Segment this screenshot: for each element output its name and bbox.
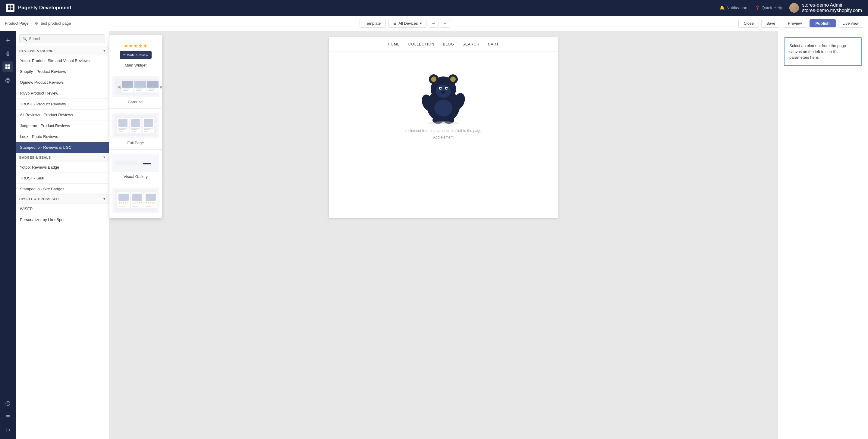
nav-brand: PageFly Development <box>6 4 71 12</box>
svg-rect-0 <box>8 5 10 7</box>
main-widget-label: Main Widget <box>113 63 159 67</box>
page-title: test product page <box>41 21 71 26</box>
lp-star-1: ★ <box>119 202 120 204</box>
list-item-trust-reviews[interactable]: TRUST - Product Reviews <box>16 99 109 110</box>
list-item-ali-reviews[interactable]: Ali Reviews - Product Reviews <box>16 110 109 121</box>
redo-button[interactable]: ↪ <box>440 19 450 28</box>
carousel-nav-left: ◀ <box>117 84 121 89</box>
carousel-preview: ◀ <box>113 76 159 97</box>
gear-icon: ⚙ <box>35 21 38 26</box>
list-item-rivyo[interactable]: Rivyo Product Review <box>16 88 109 99</box>
quickhelp-btn[interactable]: ❓ Quick Help <box>755 5 782 10</box>
add-element-icon-btn[interactable] <box>2 35 13 46</box>
dropdown-item-visual-gallery[interactable]: Visual Gallery <box>110 150 162 183</box>
svg-rect-10 <box>8 67 10 69</box>
chevron-down-icon: ▾ <box>103 49 105 53</box>
svg-point-32 <box>428 121 458 124</box>
nav-search: SEARCH <box>463 42 479 46</box>
section-badges-seals[interactable]: BADGES & SEALS ▾ <box>16 153 109 162</box>
lp-card-1: ★ ★ ★ ★ ★ <box>117 193 130 208</box>
dropdown-panel: ★ ★ ★ ★ ★ ✏ Write a review Main Widget ◀ <box>109 35 162 218</box>
svg-rect-8 <box>8 64 10 67</box>
svg-rect-7 <box>5 64 7 67</box>
list-item-yotpo-badge[interactable]: Yotpo: Reviews Badge <box>16 162 109 173</box>
breadcrumb-page[interactable]: Product Page <box>5 21 29 26</box>
list-item-loox[interactable]: Loox - Photo Reviews <box>16 131 109 142</box>
liveview-button[interactable]: Live view <box>838 19 863 28</box>
list-item-stamped-badges[interactable]: Stamped.io - Site Badges <box>16 184 109 195</box>
list-item-wiser[interactable]: WISER <box>16 204 109 214</box>
empty-state-text: n element from the panel on the left to … <box>405 129 481 133</box>
section-upsell[interactable]: UPSELL & CROSS SELL ▾ <box>16 195 109 204</box>
monitor-icon: 🖥 <box>393 21 397 26</box>
lp-card-2: ★ ★ ★ ★ ★ <box>131 193 144 208</box>
lp-star-2: ★ <box>121 202 122 204</box>
svg-rect-14 <box>6 417 10 418</box>
lp-star-10: ★ <box>141 202 142 204</box>
last-item-preview: ★ ★ ★ ★ ★ ★ ★ ★ <box>113 188 159 213</box>
shopify-icon-btn[interactable] <box>2 48 13 59</box>
add-element-btn[interactable]: Add element <box>433 135 453 139</box>
notification-label: Notification <box>726 5 747 10</box>
list-item-judgeme[interactable]: Judge.me - Product Reviews <box>16 121 109 131</box>
list-item-trust-seal[interactable]: TRUST - Seal <box>16 173 109 184</box>
close-button[interactable]: Close <box>738 19 758 28</box>
svg-rect-6 <box>7 55 9 56</box>
logo-icon <box>6 4 14 12</box>
fullpage-label: Full Page <box>113 141 159 145</box>
toolbar-center: Template 🖥 All Devices ▾ ↩ ↪ <box>75 19 735 28</box>
list-item-limespot[interactable]: Personalizer by LimeSpot <box>16 214 109 225</box>
fp-card-3 <box>143 118 154 133</box>
search-input-wrap[interactable]: 🔍 <box>19 34 105 43</box>
undo-button[interactable]: ↩ <box>429 19 439 28</box>
second-toolbar: Product Page › ⚙ test product page Templ… <box>0 16 868 31</box>
all-devices-button[interactable]: 🖥 All Devices ▾ <box>388 19 426 28</box>
list-item-stamped[interactable]: Stamped.io - Reviews & UGC <box>16 142 109 153</box>
lp-star-14: ★ <box>152 202 154 204</box>
star-5: ★ <box>143 43 147 49</box>
preview-button[interactable]: Preview <box>783 19 807 28</box>
clock-icon-btn[interactable] <box>2 398 13 409</box>
main-layout: 🔍 REVIEWS & RATING ▾ Yotpo: Product, Sit… <box>0 31 868 439</box>
save-button[interactable]: Save <box>761 19 781 28</box>
code-icon-btn[interactable] <box>2 425 13 435</box>
star-1: ★ <box>124 43 128 49</box>
dropdown-item-carousel[interactable]: ◀ <box>110 72 162 109</box>
list-icon-btn[interactable] <box>2 411 13 422</box>
svg-point-19 <box>431 76 436 82</box>
svg-point-20 <box>450 76 456 82</box>
search-input[interactable] <box>29 36 102 41</box>
template-button[interactable]: Template <box>360 19 386 28</box>
notification-btn[interactable]: 🔔 Notification <box>719 5 747 10</box>
lp-star-11: ★ <box>146 202 147 204</box>
nav-home: HOME <box>388 42 400 46</box>
list-item-opinew[interactable]: Opinew Product Reviews <box>16 77 109 88</box>
right-panel: Select an element from the page canvas o… <box>778 31 868 439</box>
svg-point-26 <box>441 91 446 94</box>
dropdown-item-last[interactable]: ★ ★ ★ ★ ★ ★ ★ ★ <box>110 183 162 218</box>
page-canvas[interactable]: HOME COLLECTION BLOG SEARCH CART <box>329 37 558 218</box>
search-bar: 🔍 <box>16 31 109 46</box>
dropdown-item-full-page[interactable]: Full Page <box>110 109 162 150</box>
list-item-yotpo[interactable]: Yotpo: Product, Site and Visual Reviews <box>16 56 109 66</box>
svg-rect-1 <box>10 5 13 7</box>
carousel-card-3 <box>147 81 158 93</box>
publish-button[interactable]: Publish <box>809 19 836 27</box>
write-review-label: Write a review <box>127 53 148 57</box>
dropdown-item-main-widget[interactable]: ★ ★ ★ ★ ★ ✏ Write a review Main Widget <box>110 35 162 72</box>
elements-icon-btn[interactable] <box>2 61 13 72</box>
nav-blog: BLOG <box>443 42 454 46</box>
layers-icon-btn[interactable] <box>2 75 13 86</box>
bell-icon: 🔔 <box>719 5 724 10</box>
undo-redo-group: ↩ ↪ <box>429 19 450 28</box>
svg-rect-3 <box>10 8 13 10</box>
canvas-area: HOME COLLECTION BLOG SEARCH CART <box>109 31 778 439</box>
list-item-shopify-reviews[interactable]: Shopify - Product Reviews <box>16 66 109 77</box>
carousel-card-2 <box>134 81 146 93</box>
chevron-down-icon: ▾ <box>103 197 105 201</box>
section-reviews-rating[interactable]: REVIEWS & RATING ▾ <box>16 46 109 56</box>
write-review-btn[interactable]: ✏ Write a review <box>120 51 152 59</box>
lp-star-8: ★ <box>136 202 138 204</box>
fp-card-2 <box>130 118 141 133</box>
visual-gallery-label: Visual Gallery <box>113 174 159 179</box>
